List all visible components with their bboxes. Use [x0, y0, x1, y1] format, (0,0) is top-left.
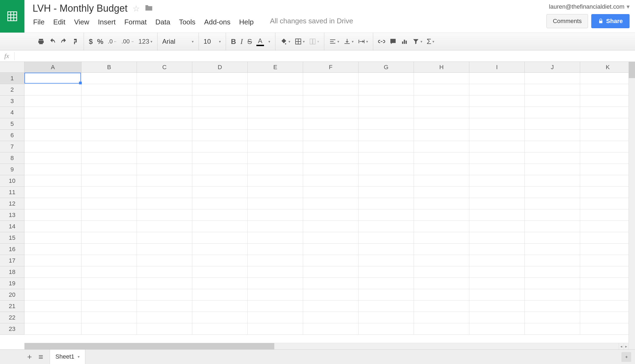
cell[interactable]	[248, 323, 303, 335]
all-sheets-button[interactable]: ≡	[39, 352, 43, 362]
cell[interactable]	[414, 164, 469, 175]
cell[interactable]	[580, 278, 635, 289]
cell[interactable]	[24, 118, 81, 130]
row-header[interactable]: 14	[0, 221, 24, 232]
cell[interactable]	[192, 198, 248, 209]
cell[interactable]	[580, 312, 635, 323]
cell[interactable]	[81, 141, 137, 152]
cell[interactable]	[469, 141, 525, 152]
row-header[interactable]: 8	[0, 152, 24, 164]
cell[interactable]	[248, 118, 303, 130]
cell[interactable]	[303, 141, 359, 152]
cell[interactable]	[81, 198, 137, 209]
cell[interactable]	[192, 164, 248, 175]
document-title[interactable]: LVH - Monthly Budget	[33, 3, 128, 14]
cell[interactable]	[303, 187, 359, 198]
cell[interactable]	[469, 244, 525, 255]
cell[interactable]	[469, 107, 525, 118]
cell[interactable]	[24, 187, 81, 198]
cell[interactable]	[248, 244, 303, 255]
cell[interactable]	[303, 312, 359, 323]
row-header[interactable]: 3	[0, 95, 24, 107]
cell[interactable]	[580, 221, 635, 232]
cell[interactable]	[81, 232, 137, 244]
font-size-select[interactable]: 10▾	[204, 38, 221, 45]
row-header[interactable]: 16	[0, 244, 24, 255]
undo-icon[interactable]	[49, 38, 56, 45]
explore-button[interactable]: ✦	[621, 352, 631, 362]
filter-icon[interactable]: ▾	[412, 38, 422, 45]
cell[interactable]	[359, 187, 414, 198]
cell[interactable]	[192, 221, 248, 232]
fill-color-icon[interactable]: ▾	[280, 38, 290, 45]
cell[interactable]	[81, 187, 137, 198]
cell[interactable]	[24, 164, 81, 175]
horizontal-align-icon[interactable]: ▾	[329, 38, 339, 45]
font-family-select[interactable]: Arial▾	[162, 38, 194, 45]
row-header[interactable]: 6	[0, 130, 24, 141]
cell[interactable]	[580, 198, 635, 209]
cell[interactable]	[525, 209, 580, 221]
cell[interactable]	[137, 175, 192, 187]
cell[interactable]	[137, 266, 192, 278]
cell[interactable]	[24, 198, 81, 209]
cell[interactable]	[81, 255, 137, 266]
cell[interactable]	[24, 255, 81, 266]
column-header[interactable]: G	[359, 62, 414, 72]
cell[interactable]	[525, 289, 580, 301]
cell[interactable]	[469, 198, 525, 209]
cell[interactable]	[414, 323, 469, 335]
cell[interactable]	[303, 152, 359, 164]
cell[interactable]	[525, 221, 580, 232]
cell[interactable]	[469, 323, 525, 335]
cell[interactable]	[414, 278, 469, 289]
cell[interactable]	[469, 130, 525, 141]
row-header[interactable]: 5	[0, 118, 24, 130]
cell[interactable]	[580, 141, 635, 152]
cell[interactable]	[248, 73, 303, 84]
cell[interactable]	[303, 221, 359, 232]
text-wrap-icon[interactable]: ▾	[358, 38, 368, 45]
cell[interactable]	[137, 221, 192, 232]
cell[interactable]	[248, 164, 303, 175]
cell[interactable]	[137, 323, 192, 335]
cell[interactable]	[137, 244, 192, 255]
cell[interactable]	[137, 84, 192, 95]
row-header[interactable]: 9	[0, 164, 24, 175]
cell[interactable]	[248, 301, 303, 312]
cell[interactable]	[469, 187, 525, 198]
redo-icon[interactable]	[60, 38, 67, 45]
cell[interactable]	[81, 84, 137, 95]
format-currency[interactable]: $	[89, 37, 93, 46]
cell[interactable]	[192, 278, 248, 289]
cell[interactable]	[414, 232, 469, 244]
row-header[interactable]: 13	[0, 209, 24, 221]
cell[interactable]	[303, 175, 359, 187]
cell[interactable]	[24, 221, 81, 232]
cell[interactable]	[469, 84, 525, 95]
vertical-align-icon[interactable]: ▾	[344, 38, 354, 45]
cell[interactable]	[248, 152, 303, 164]
column-header[interactable]: K	[580, 62, 635, 72]
cell[interactable]	[525, 164, 580, 175]
cell[interactable]	[24, 175, 81, 187]
row-header[interactable]: 4	[0, 107, 24, 118]
menu-format[interactable]: Format	[124, 17, 147, 27]
cell[interactable]	[81, 312, 137, 323]
cell[interactable]	[192, 84, 248, 95]
cell[interactable]	[24, 289, 81, 301]
more-formats[interactable]: 123 ▾	[139, 38, 152, 45]
cell[interactable]	[580, 266, 635, 278]
cell[interactable]	[137, 118, 192, 130]
cell[interactable]	[414, 84, 469, 95]
cell[interactable]	[525, 95, 580, 107]
cell[interactable]	[525, 107, 580, 118]
cell[interactable]	[24, 73, 81, 84]
cell[interactable]	[192, 152, 248, 164]
scroll-right-icon[interactable]: ▸	[624, 343, 628, 349]
cell[interactable]	[469, 278, 525, 289]
cell[interactable]	[359, 255, 414, 266]
cell[interactable]	[469, 73, 525, 84]
cell[interactable]	[414, 198, 469, 209]
cell[interactable]	[359, 198, 414, 209]
